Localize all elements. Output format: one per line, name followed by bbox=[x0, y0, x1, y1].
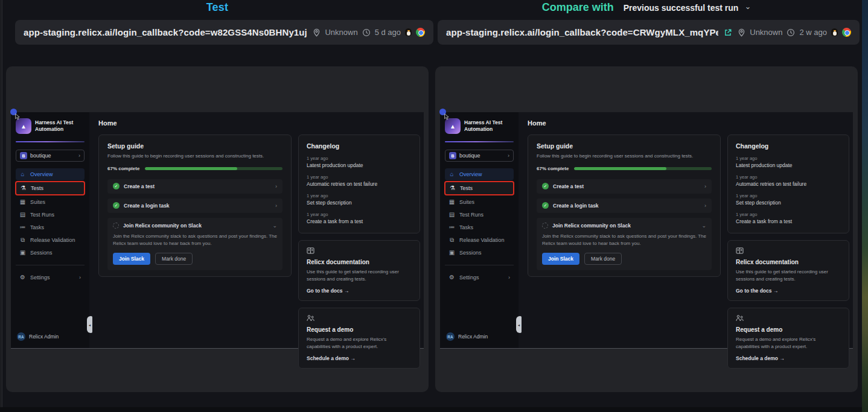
test-url-bar[interactable]: app-staging.relicx.ai/login_callback?cod… bbox=[15, 20, 433, 45]
test-screenshot-panel[interactable]: ▲ Harness AI Test Automation B boutique … bbox=[6, 66, 429, 392]
progress-fill bbox=[145, 167, 237, 170]
test-screenshot-slot: ▲ Harness AI Test Automation B boutique … bbox=[11, 112, 424, 349]
app-screenshot[interactable]: ▲ Harness AI Test Automation B boutique … bbox=[11, 112, 424, 349]
compare-run-selector[interactable]: Previous successful test run ⌄ bbox=[624, 3, 752, 13]
compare-url: app-staging.relicx.ai/login_callback?cod… bbox=[446, 27, 718, 37]
setup-progress: 67% complete bbox=[107, 166, 282, 171]
checklist-item-create-test[interactable]: ✓ Create a test › bbox=[537, 179, 712, 194]
sidebar-collapse-handle[interactable]: ◂ bbox=[516, 316, 522, 333]
sidebar-item-suites[interactable]: ▦ Suites bbox=[16, 196, 85, 208]
checklist-item-create-test[interactable]: ✓ Create a test › bbox=[107, 179, 282, 194]
user-name: Relicx Admin bbox=[458, 334, 488, 340]
checklist-item-label: Create a login task bbox=[553, 203, 599, 209]
brand-text: Harness AI Test Automation bbox=[464, 119, 502, 133]
compare-url-bar[interactable]: app-staging.relicx.ai/login_callback?cod… bbox=[438, 20, 860, 45]
release-icon: ⧉ bbox=[19, 237, 26, 243]
changelog-time: 1 year ago bbox=[736, 156, 841, 161]
go-to-docs-link[interactable]: Go to the docs → bbox=[736, 288, 841, 294]
external-link-icon[interactable] bbox=[724, 28, 732, 37]
cursor-position-marker bbox=[439, 109, 446, 115]
avatar: RA bbox=[446, 332, 455, 341]
changelog-text: Latest production update bbox=[736, 162, 841, 168]
setup-guide-description: Follow this guide to begin recording use… bbox=[107, 153, 282, 160]
sidebar-item-settings[interactable]: ⚙ Settings › bbox=[16, 271, 85, 284]
chevron-down-icon: ⌄ bbox=[744, 2, 751, 11]
checklist-item-create-login-task[interactable]: ✓ Create a login task › bbox=[107, 198, 282, 213]
compare-screenshot-panel[interactable]: ▲ Harness AI Test Automation B boutique … bbox=[435, 66, 858, 392]
sidebar-item-test-runs[interactable]: ▤ Test Runs bbox=[445, 209, 514, 221]
changelog-text: Latest production update bbox=[307, 162, 412, 168]
sidebar-item-label: Test Runs bbox=[459, 212, 483, 218]
sidebar-item-tests[interactable]: ⚗ Tests bbox=[445, 182, 513, 194]
project-name: boutique bbox=[30, 153, 51, 159]
join-slack-button[interactable]: Join Slack bbox=[542, 253, 579, 265]
sidebar-nav: ⌂ Overview ⚗ Tests ▦ Suites ▤ Test Runs … bbox=[445, 168, 514, 284]
sidebar-item-tasks[interactable]: ≔ Tasks bbox=[445, 221, 514, 233]
go-to-docs-link[interactable]: Go to the docs → bbox=[307, 288, 412, 294]
checklist-item-join-slack: Join Relicx community on Slack ⌄ Join th… bbox=[107, 218, 282, 270]
sidebar-item-overview[interactable]: ⌂ Overview bbox=[16, 168, 85, 180]
chevron-right-icon: › bbox=[508, 274, 510, 280]
checklist-item-create-login-task[interactable]: ✓ Create a login task › bbox=[537, 198, 712, 213]
project-badge: B bbox=[20, 152, 27, 159]
join-slack-description: Join the Relicx community slack to ask q… bbox=[113, 233, 277, 247]
changelog-entry: 1 year ago Automatic retries on test fai… bbox=[736, 174, 841, 187]
sidebar-item-settings[interactable]: ⚙ Settings › bbox=[445, 271, 514, 284]
sidebar-item-label: Suites bbox=[30, 199, 45, 205]
sidebar-item-test-runs[interactable]: ▤ Test Runs bbox=[16, 209, 85, 221]
brand: ▲ Harness AI Test Automation bbox=[16, 118, 85, 134]
location-pin-icon bbox=[313, 28, 321, 37]
sidebar-item-release-validation[interactable]: ⧉ Release Validation bbox=[445, 234, 514, 246]
setup-progress: 67% complete bbox=[537, 166, 712, 171]
changelog-time: 1 year ago bbox=[736, 174, 841, 180]
user-account[interactable]: RA Relicx Admin bbox=[445, 332, 514, 343]
app-sidebar: ▲ Harness AI Test Automation B boutique … bbox=[440, 112, 519, 348]
sidebar-item-release-validation[interactable]: ⧉ Release Validation bbox=[16, 234, 85, 246]
sidebar-item-overview[interactable]: ⌂ Overview bbox=[445, 168, 514, 180]
request-demo-card: Request a demo Request a demo and explor… bbox=[727, 308, 849, 369]
test-location: Unknown bbox=[325, 28, 357, 37]
brand: ▲ Harness AI Test Automation bbox=[445, 118, 514, 134]
app-screenshot[interactable]: ▲ Harness AI Test Automation B boutique … bbox=[440, 112, 853, 349]
changelog-text: Create a task from a test bbox=[736, 218, 841, 224]
sidebar-item-label: Release Validation bbox=[30, 237, 75, 243]
test-runs-icon: ▤ bbox=[448, 212, 455, 218]
changelog-entry: 1 year ago Set step description bbox=[736, 193, 841, 206]
join-slack-header[interactable]: Join Relicx community on Slack ⌄ bbox=[113, 223, 277, 229]
sidebar-item-tests[interactable]: ⚗ Tests bbox=[16, 182, 84, 194]
request-demo-description: Request a demo and explore Relicx's capa… bbox=[736, 336, 841, 350]
sidebar-item-sessions[interactable]: ▣ Sessions bbox=[445, 247, 514, 259]
join-slack-header[interactable]: Join Relicx community on Slack ⌄ bbox=[542, 223, 706, 229]
documentation-card: Relicx documentation Use this guide to g… bbox=[298, 240, 420, 301]
changelog-text: Automatic retries on test failure bbox=[307, 181, 412, 187]
setup-guide-card: Setup guide Follow this guide to begin r… bbox=[528, 135, 721, 277]
nav-divider bbox=[16, 265, 85, 265]
user-account[interactable]: RA Relicx Admin bbox=[16, 332, 85, 343]
sidebar-collapse-handle[interactable]: ◂ bbox=[87, 316, 92, 333]
chevron-right-icon: › bbox=[78, 153, 80, 159]
test-age: 5 d ago bbox=[375, 28, 401, 37]
sidebar-item-tasks[interactable]: ≔ Tasks bbox=[16, 221, 85, 233]
setup-guide-card: Setup guide Follow this guide to begin r… bbox=[98, 135, 292, 277]
changelog-card: Changelog 1 year ago Latest production u… bbox=[727, 135, 849, 233]
harness-logo-icon: ▲ bbox=[16, 118, 31, 134]
changelog-time: 1 year ago bbox=[307, 156, 412, 161]
grid-icon: ▦ bbox=[448, 199, 455, 205]
checklist-item-label: Create a login task bbox=[124, 203, 170, 209]
changelog-time: 1 year ago bbox=[736, 212, 841, 217]
mark-done-button[interactable]: Mark done bbox=[584, 253, 622, 265]
join-slack-button[interactable]: Join Slack bbox=[113, 253, 150, 265]
home-icon: ⌂ bbox=[448, 171, 455, 177]
sidebar-item-sessions[interactable]: ▣ Sessions bbox=[16, 247, 85, 259]
setup-guide-title: Setup guide bbox=[107, 142, 282, 150]
user-name: Relicx Admin bbox=[29, 334, 59, 340]
sidebar-item-suites[interactable]: ▦ Suites bbox=[445, 196, 514, 208]
schedule-demo-link[interactable]: Schedule a demo → bbox=[307, 355, 412, 361]
mark-done-button[interactable]: Mark done bbox=[155, 253, 193, 265]
schedule-demo-link[interactable]: Schedule a demo → bbox=[736, 355, 841, 361]
project-selector[interactable]: B boutique › bbox=[445, 150, 514, 162]
sidebar-item-label: Tests bbox=[460, 185, 473, 191]
changelog-time: 1 year ago bbox=[307, 193, 412, 198]
project-selector[interactable]: B boutique › bbox=[16, 150, 85, 162]
sidebar-gradient-divider bbox=[16, 141, 85, 142]
